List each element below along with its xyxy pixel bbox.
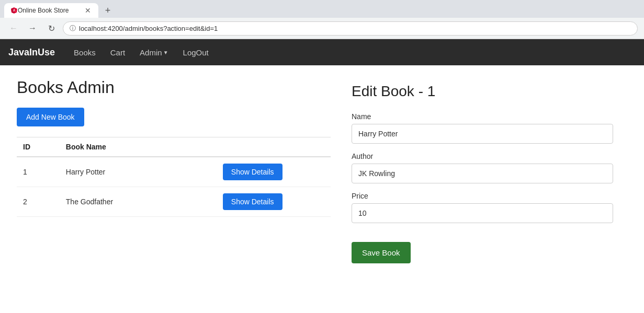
table-header-id: ID	[17, 137, 60, 157]
table-row: 1 Harry Potter Show Details	[17, 157, 331, 187]
navbar-links: Books Cart Admin ▼ LogOut	[67, 44, 215, 61]
author-input[interactable]	[352, 164, 613, 183]
navbar-dropdown-admin[interactable]: Admin ▼	[133, 44, 174, 61]
right-panel: Edit Book - 1 Name Author Price Save Boo…	[352, 78, 627, 263]
url-bar[interactable]: ⓘ localhost:4200/admin/books?action=edit…	[63, 21, 638, 36]
price-label: Price	[352, 192, 627, 200]
navbar-dropdown-admin-label: Admin	[140, 48, 162, 57]
table-cell-action: Show Details	[217, 187, 331, 217]
add-new-book-button[interactable]: Add New Book	[17, 108, 84, 126]
table-cell-action: Show Details	[217, 157, 331, 187]
url-text: localhost:4200/admin/books?action=edit&i…	[79, 25, 218, 32]
name-label: Name	[352, 112, 627, 121]
secure-icon: ⓘ	[70, 24, 76, 33]
table-row: 2 The Godfather Show Details	[17, 187, 331, 217]
back-button[interactable]: ←	[6, 21, 21, 36]
forward-button[interactable]: →	[25, 21, 40, 36]
save-book-button[interactable]: Save Book	[352, 242, 411, 263]
table-header-name: Book Name	[60, 137, 217, 157]
main-content: Books Admin Add New Book ID Book Name 1 …	[0, 65, 644, 276]
table-cell-id: 2	[17, 187, 60, 217]
address-bar: ← → ↻ ⓘ localhost:4200/admin/books?actio…	[0, 18, 644, 39]
navbar-link-cart[interactable]: Cart	[104, 44, 131, 61]
browser-chrome: Online Book Store ✕ + ← → ↻ ⓘ localhost:…	[0, 0, 644, 39]
table-cell-name: The Godfather	[60, 187, 217, 217]
table-header-action	[217, 137, 331, 157]
dropdown-arrow-icon: ▼	[163, 50, 168, 55]
table-header: ID Book Name	[17, 137, 331, 157]
show-details-button-1[interactable]: Show Details	[223, 164, 283, 180]
new-tab-button[interactable]: +	[100, 3, 115, 18]
navbar-brand[interactable]: JavaInUse	[8, 47, 55, 58]
form-group-author: Author	[352, 152, 627, 183]
tab-bar: Online Book Store ✕ +	[0, 0, 644, 18]
tab-title: Online Book Store	[18, 7, 80, 14]
table-body: 1 Harry Potter Show Details 2 The Godfat…	[17, 157, 331, 217]
author-label: Author	[352, 152, 627, 160]
show-details-button-2[interactable]: Show Details	[223, 193, 283, 210]
active-tab[interactable]: Online Book Store ✕	[4, 3, 98, 18]
table-cell-name: Harry Potter	[60, 157, 217, 187]
app-navbar: JavaInUse Books Cart Admin ▼ LogOut	[0, 39, 644, 65]
page-title: Books Admin	[17, 78, 331, 97]
navbar-link-books[interactable]: Books	[67, 44, 102, 61]
price-input[interactable]	[352, 203, 613, 223]
left-panel: Books Admin Add New Book ID Book Name 1 …	[17, 78, 331, 263]
reload-button[interactable]: ↻	[44, 21, 59, 36]
table-cell-id: 1	[17, 157, 60, 187]
books-table: ID Book Name 1 Harry Potter Show Details…	[17, 137, 331, 217]
form-group-price: Price	[352, 192, 627, 223]
navbar-link-logout[interactable]: LogOut	[177, 44, 215, 61]
tab-close-button[interactable]: ✕	[84, 6, 92, 15]
edit-title: Edit Book - 1	[352, 83, 627, 100]
name-input[interactable]	[352, 124, 613, 144]
angular-favicon-icon	[10, 7, 18, 14]
form-group-name: Name	[352, 112, 627, 144]
